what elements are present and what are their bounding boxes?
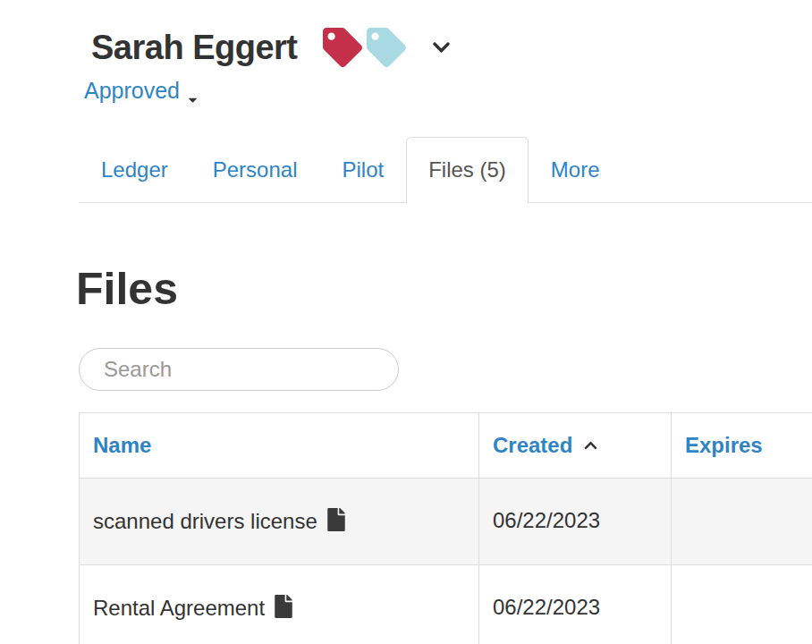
file-name-cell[interactable]: scanned drivers license [80, 478, 479, 564]
profile-page: Sarah Eggert Approved Ledger Personal Pi [0, 0, 812, 644]
file-created-cell: 06/22/2023 [479, 478, 672, 564]
table-header-row: Name Created Expires [80, 412, 812, 478]
tab-ledger[interactable]: Ledger [79, 137, 190, 203]
files-section: Files Name Created Expires [79, 264, 812, 644]
file-name-cell[interactable]: Rental Agreement [80, 564, 479, 644]
file-created-cell: 06/22/2023 [479, 564, 672, 644]
chevron-down-icon[interactable] [429, 38, 453, 57]
status-row: Approved [84, 78, 812, 104]
page-title: Files [76, 264, 812, 316]
file-name: scanned drivers license [93, 509, 317, 533]
column-header-created[interactable]: Created [479, 412, 672, 478]
file-icon [327, 508, 345, 531]
search-input[interactable] [79, 348, 399, 391]
tab-pilot[interactable]: Pilot [319, 137, 406, 203]
file-expires-cell [672, 564, 812, 644]
sort-ascending-icon [581, 433, 600, 447]
file-icon [275, 595, 292, 618]
tab-more[interactable]: More [529, 137, 622, 203]
column-label: Created [493, 433, 572, 457]
column-label: Name [93, 433, 151, 457]
status-label: Approved [84, 78, 180, 104]
caret-down-icon [186, 86, 199, 99]
red-tag-icon[interactable] [323, 28, 362, 67]
profile-name-row: Sarah Eggert [91, 27, 812, 68]
profile-header: Sarah Eggert Approved [79, 27, 812, 104]
status-dropdown[interactable]: Approved [84, 78, 199, 104]
tab-personal[interactable]: Personal [190, 137, 320, 203]
file-expires-cell [672, 478, 812, 564]
files-table: Name Created Expires scanned drivers lic… [79, 412, 812, 644]
column-label: Expires [685, 433, 763, 457]
profile-name: Sarah Eggert [91, 29, 298, 67]
file-name: Rental Agreement [93, 596, 265, 620]
table-row: Rental Agreement 06/22/2023 [80, 564, 812, 644]
blue-tag-icon[interactable] [367, 28, 406, 67]
column-header-name[interactable]: Name [80, 412, 479, 478]
table-row: scanned drivers license 06/22/2023 [80, 478, 812, 564]
profile-tabs: Ledger Personal Pilot Files (5) More [79, 137, 812, 203]
tab-files[interactable]: Files (5) [406, 137, 529, 203]
column-header-expires[interactable]: Expires [672, 412, 812, 478]
